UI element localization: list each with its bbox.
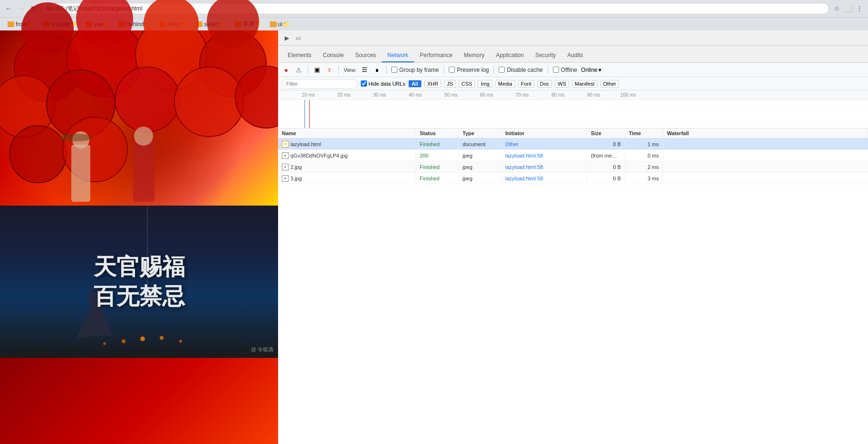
svg-point-14	[134, 127, 153, 146]
th-name[interactable]: Name	[278, 128, 416, 138]
view-label: View:	[344, 67, 357, 73]
td-filename-2: ● qGv38DdNOVFgLP4.jpg	[278, 151, 416, 160]
view-grid-button[interactable]: ∎	[373, 66, 381, 74]
record-button[interactable]: ●	[282, 66, 290, 74]
th-status[interactable]: Status	[416, 128, 459, 138]
tick-40ms: 40 ms	[409, 92, 422, 98]
tab-security[interactable]: Security	[530, 49, 561, 62]
inspect-element-icon[interactable]: ▶	[282, 33, 291, 43]
tick-60ms: 60 ms	[480, 92, 493, 98]
filter-media-button[interactable]: Media	[495, 80, 515, 88]
td-type-3: jpeg	[459, 163, 502, 171]
tick-70ms: 70 ms	[516, 92, 529, 98]
td-type-2: jpeg	[459, 151, 502, 160]
dark-chinese-image: 天官赐福 百无禁忌 @ 令狐酒	[0, 206, 278, 358]
clear-button[interactable]: ⚠	[294, 66, 303, 74]
tab-console[interactable]: Console	[317, 49, 349, 62]
tick-30ms: 30 ms	[373, 92, 386, 98]
td-initiator-2[interactable]: lazyload.html:58	[502, 151, 587, 160]
capture-screenshot-button[interactable]: ▣	[313, 66, 321, 74]
browser-toolbar-icons: ☆ ⬜ ⋮	[832, 4, 864, 13]
timeline-chart	[278, 100, 868, 128]
tab-performance[interactable]: Performance	[414, 49, 458, 62]
table-row[interactable]: ● 2.jpg Finished jpeg lazyload.html:58 0…	[278, 161, 868, 173]
group-by-frame-checkbox[interactable]: Group by frame	[391, 67, 439, 73]
td-filename-1: H lazyload.html	[278, 139, 416, 149]
table-row[interactable]: ● 3.jpg Finished jpeg lazyload.html:58 0…	[278, 173, 868, 184]
table-row[interactable]: ● qGv38DdNOVFgLP4.jpg 200 jpeg lazyload.…	[278, 150, 868, 161]
td-size-4: 0 B	[587, 174, 625, 183]
tab-elements[interactable]: Elements	[282, 49, 317, 62]
hide-data-urls-checkbox[interactable]: Hide data URLs	[361, 80, 405, 87]
svg-point-26	[207, 30, 259, 48]
red-bottom-image	[0, 358, 278, 444]
td-initiator-3[interactable]: lazyload.html:58	[502, 163, 587, 171]
filter-bar: Hide data URLs All XHR JS CSS Img Media …	[278, 77, 868, 90]
online-dropdown[interactable]: Online ▾	[581, 67, 601, 73]
extensions-icon[interactable]: ⬜	[843, 4, 853, 13]
filter-input[interactable]	[282, 79, 358, 89]
tab-application[interactable]: Application	[490, 49, 530, 62]
filter-all-button[interactable]: All	[408, 80, 422, 88]
timeline-area[interactable]: 10 ms 20 ms 30 ms 40 ms 50 ms 60 ms 70 m…	[278, 90, 868, 128]
th-time[interactable]: Time	[625, 128, 663, 138]
svg-rect-11	[71, 145, 90, 202]
timeline-ruler: 10 ms 20 ms 30 ms 40 ms 50 ms 60 ms 70 m…	[278, 90, 868, 100]
filter-other-button[interactable]: Other	[600, 80, 619, 88]
filter-xhr-button[interactable]: XHR	[424, 80, 441, 88]
filter-img-button[interactable]: Img	[478, 80, 492, 88]
svg-point-24	[76, 30, 133, 48]
tab-sources[interactable]: Sources	[349, 49, 382, 62]
timeline-marker-1	[304, 100, 305, 128]
filter-css-button[interactable]: CSS	[459, 80, 475, 88]
td-status-3: Finished	[416, 163, 459, 171]
settings-icon[interactable]: ⋮	[855, 4, 864, 13]
td-filename-4: ● 3.jpg	[278, 174, 416, 183]
tab-memory[interactable]: Memory	[458, 49, 490, 62]
td-type-4: jpeg	[459, 174, 502, 183]
device-toggle-icon[interactable]: ▭	[293, 33, 303, 43]
bookmark-label: ui📁	[278, 21, 289, 28]
file-icon-img: ●	[282, 175, 289, 182]
devtools-panel: ▶ ▭ Elements Console Sources Network Per…	[278, 30, 868, 444]
bookmark-star-icon[interactable]: ☆	[832, 4, 841, 13]
network-table: Name Status Type Initiator Size Time Wat…	[278, 128, 868, 444]
disable-cache-checkbox[interactable]: Disable cache	[499, 67, 542, 73]
preserve-log-checkbox[interactable]: Preserve log	[449, 67, 489, 73]
td-status-1: Finished	[416, 140, 459, 148]
toolbar-separator-5	[493, 66, 494, 74]
svg-point-17	[122, 339, 125, 343]
file-icon-img: ●	[282, 164, 289, 170]
tick-10ms: 10 ms	[302, 92, 315, 98]
svg-point-18	[160, 336, 164, 340]
td-initiator-4[interactable]: lazyload.html:58	[502, 174, 587, 183]
view-list-button[interactable]: ☰	[360, 66, 369, 74]
timeline-marker-2	[309, 100, 310, 128]
filter-toggle-button[interactable]: ⍒	[325, 66, 334, 74]
tick-20ms: 20 ms	[338, 92, 350, 98]
th-initiator[interactable]: Initiator	[502, 128, 587, 138]
filter-doc-button[interactable]: Doc	[537, 80, 552, 88]
table-header: Name Status Type Initiator Size Time Wat…	[278, 128, 868, 138]
chinese-text: 天官赐福 百无禁忌	[94, 252, 185, 312]
svg-point-9	[10, 126, 67, 183]
tab-network[interactable]: Network	[382, 49, 414, 62]
td-status-2: 200	[416, 151, 459, 160]
td-time-1: 1 ms	[625, 140, 663, 148]
toolbar-separator-6	[548, 66, 548, 74]
tab-audits[interactable]: Audits	[561, 49, 588, 62]
th-size[interactable]: Size	[587, 128, 625, 138]
filter-ws-button[interactable]: WS	[555, 80, 569, 88]
th-type[interactable]: Type	[459, 128, 502, 138]
offline-checkbox[interactable]: Offline	[553, 67, 577, 73]
filter-js-button[interactable]: JS	[444, 80, 456, 88]
filter-manifest-button[interactable]: Manifest	[572, 80, 598, 88]
table-row[interactable]: H lazyload.html Finished document Other …	[278, 138, 868, 150]
svg-point-15	[59, 134, 93, 141]
td-time-3: 2 ms	[625, 163, 663, 171]
th-waterfall[interactable]: Waterfall	[663, 128, 868, 138]
td-time-4: 3 ms	[625, 174, 663, 183]
tick-90ms: 90 ms	[587, 92, 600, 98]
svg-point-16	[140, 336, 145, 341]
filter-font-button[interactable]: Font	[518, 80, 534, 88]
